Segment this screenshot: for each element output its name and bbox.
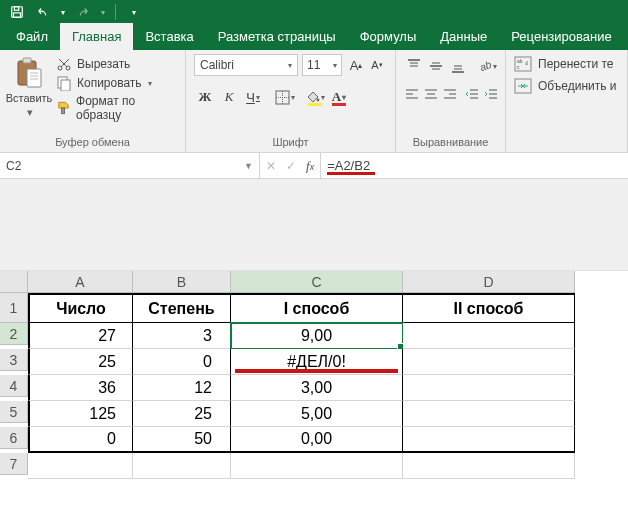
font-color-button[interactable]: A▾ [328,86,350,108]
cell-D2[interactable] [403,323,575,349]
ribbon: Вставить ▾ Вырезать Копировать ▾ Формат … [0,50,628,153]
cell-A3[interactable]: 25 [28,349,133,375]
cell-B4[interactable]: 12 [133,375,231,401]
name-box[interactable]: C2 ▼ [0,153,260,178]
row-header-7[interactable]: 7 [0,453,28,475]
orientation-button[interactable]: ab▾ [477,56,497,76]
cancel-formula-button[interactable]: ✕ [266,159,276,173]
cell-C4[interactable]: 3,00 [231,375,403,401]
cell-B7[interactable] [133,453,231,479]
cell-C3[interactable]: #ДЕЛ/0! [231,349,403,375]
align-middle-button[interactable] [426,56,445,76]
redo-button[interactable] [72,1,94,23]
bold-button[interactable]: Ж [194,86,216,108]
paste-label: Вставить [6,92,53,104]
svg-rect-1 [14,7,18,11]
align-center-button[interactable] [423,84,439,104]
cell-C5[interactable]: 5,00 [231,401,403,427]
accept-formula-button[interactable]: ✓ [286,159,296,173]
copy-button[interactable]: Копировать ▾ [56,75,177,91]
insert-function-button[interactable]: fx [306,158,314,174]
merge-label: Объединить и [538,79,617,93]
align-left-button[interactable] [404,84,420,104]
row-header-3[interactable]: 3 [0,349,28,371]
error-underline [235,369,398,373]
col-header-C[interactable]: C [231,271,403,293]
cell-A1[interactable]: Число [28,293,133,323]
cell-A2[interactable]: 27 [28,323,133,349]
cell-D1[interactable]: II способ [403,293,575,323]
cell-C1[interactable]: I способ [231,293,403,323]
cell-A4[interactable]: 36 [28,375,133,401]
tab-data[interactable]: Данные [428,23,499,50]
cell-D5[interactable] [403,401,575,427]
increase-indent-button[interactable] [483,84,499,104]
align-bottom-button[interactable] [448,56,467,76]
cell-B6[interactable]: 50 [133,427,231,453]
row-header-5[interactable]: 5 [0,401,28,423]
tab-file[interactable]: Файл [4,23,60,50]
spreadsheet-grid[interactable]: A B C D 1 Число Степень I способ II спос… [0,271,628,479]
col-header-D[interactable]: D [403,271,575,293]
svg-text:ab: ab [478,59,492,73]
decrease-font-button[interactable]: A▾ [367,55,387,75]
group-label-clipboard: Буфер обмена [8,134,177,150]
tab-page-layout[interactable]: Разметка страницы [206,23,348,50]
increase-font-button[interactable]: A▴ [346,55,366,75]
col-header-B[interactable]: B [133,271,231,293]
cell-A6[interactable]: 0 [28,427,133,453]
cell-B2[interactable]: 3 [133,323,231,349]
svg-rect-12 [61,80,70,91]
decrease-indent-button[interactable] [464,84,480,104]
tab-review[interactable]: Рецензирование [499,23,623,50]
cell-D7[interactable] [403,453,575,479]
row-header-4[interactable]: 4 [0,375,28,397]
cell-B1[interactable]: Степень [133,293,231,323]
fill-color-button[interactable]: ▾ [304,86,326,108]
merge-icon [514,78,532,94]
cell-C7[interactable] [231,453,403,479]
ribbon-tabs: Файл Главная Вставка Разметка страницы Ф… [0,24,628,50]
row-header-6[interactable]: 6 [0,427,28,449]
tab-home[interactable]: Главная [60,23,133,50]
col-header-A[interactable]: A [28,271,133,293]
copy-dropdown-icon: ▾ [148,79,152,88]
cell-D4[interactable] [403,375,575,401]
row-header-1[interactable]: 1 [0,293,28,323]
cell-C2[interactable]: 9,00 [231,323,403,349]
borders-button[interactable]: ▾ [274,86,296,108]
font-size-combo[interactable]: 11 ▾ [302,54,342,76]
svg-rect-4 [23,58,31,63]
svg-rect-13 [62,108,65,114]
undo-dropdown[interactable]: ▾ [58,1,68,23]
row-header-2[interactable]: 2 [0,323,28,345]
paste-icon [13,56,45,90]
cell-A7[interactable] [28,453,133,479]
paste-button[interactable]: Вставить ▾ [8,54,50,134]
merge-center-button[interactable]: Объединить и [514,78,619,94]
align-top-button[interactable] [404,56,423,76]
cut-button[interactable]: Вырезать [56,56,177,72]
formula-input[interactable]: =A2/B2 [321,153,628,178]
cell-D3[interactable] [403,349,575,375]
wrap-text-button[interactable]: abc Перенести те [514,56,619,72]
format-painter-button[interactable]: Формат по образцу [56,94,177,122]
select-all-corner[interactable] [0,271,28,293]
group-label-cells [514,134,619,150]
cell-B5[interactable]: 25 [133,401,231,427]
cell-A5[interactable]: 125 [28,401,133,427]
underline-button[interactable]: Ч▾ [242,86,264,108]
qat-customize-button[interactable]: ▾ [123,1,145,23]
cell-D6[interactable] [403,427,575,453]
align-right-button[interactable] [442,84,458,104]
save-button[interactable] [6,1,28,23]
redo-dropdown[interactable]: ▾ [98,1,108,23]
font-name-combo[interactable]: Calibri ▾ [194,54,298,76]
tab-insert[interactable]: Вставка [133,23,205,50]
cell-C6[interactable]: 0,00 [231,427,403,453]
tab-formulas[interactable]: Формулы [348,23,429,50]
italic-button[interactable]: К [218,86,240,108]
font-name-value: Calibri [200,58,234,72]
cell-B3[interactable]: 0 [133,349,231,375]
undo-button[interactable] [32,1,54,23]
